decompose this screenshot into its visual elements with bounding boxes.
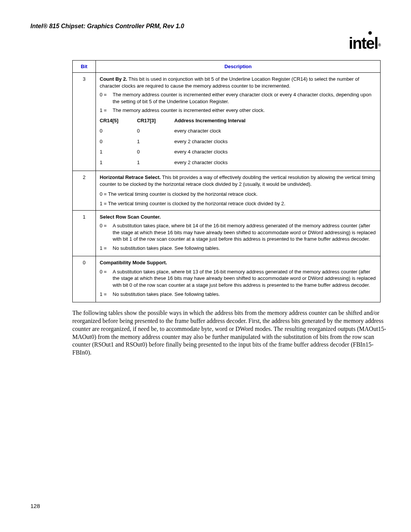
subr1-c: every 2 character clocks bbox=[174, 136, 376, 147]
row1-title-bold: Select Row Scan Counter. bbox=[100, 214, 376, 220]
row2-line1: 1 = The vertical timing counter is clock… bbox=[100, 200, 376, 207]
subhdr-c: Address Incrementing Interval bbox=[174, 115, 376, 126]
row3-opt0-val: The memory address counter is incremente… bbox=[113, 91, 376, 105]
subr2-b: 0 bbox=[137, 147, 174, 157]
row2-line0: 0 = The vertical timing counter is clock… bbox=[100, 191, 376, 198]
intel-logo: intel® bbox=[349, 34, 380, 53]
col-header-desc: Description bbox=[96, 61, 381, 73]
row1-opt0-val: A substitution takes place, where bit 14… bbox=[113, 222, 376, 243]
logo-dot-icon bbox=[368, 31, 372, 35]
row1-opt1-val: No substitution takes place. See followi… bbox=[113, 245, 376, 252]
logo-text-e: e bbox=[366, 34, 374, 52]
subr1-a: 0 bbox=[100, 136, 137, 147]
page-number: 128 bbox=[30, 503, 40, 509]
row0-opt1-val: No substitution takes place. See followi… bbox=[113, 291, 376, 298]
row2-title-bold: Horizontal Retrace Select. bbox=[100, 174, 161, 180]
subr2-c: every 4 character clocks bbox=[174, 147, 376, 157]
row0-title-bold: Compatibility Mode Support. bbox=[100, 259, 376, 266]
row3-title-bold: Count By 2. bbox=[100, 76, 127, 82]
desc-cell-3: Count By 2. This bit is used in conjunct… bbox=[96, 73, 381, 171]
subr2-a: 1 bbox=[100, 147, 137, 157]
row3-opt0-key: 0 = bbox=[100, 91, 113, 105]
subr0-a: 0 bbox=[100, 126, 137, 136]
subr1-b: 1 bbox=[137, 136, 174, 147]
row0-opt1-key: 1 = bbox=[100, 291, 113, 298]
row3-opt1-val: The memory address counter is incremente… bbox=[113, 107, 376, 114]
desc-cell-2: Horizontal Retrace Select. This bit prov… bbox=[96, 171, 381, 210]
row0-opt0-key: 0 = bbox=[100, 268, 113, 289]
doc-header: Intel® 815 Chipset: Graphics Controller … bbox=[30, 23, 381, 30]
row0-opt0-val: A substitution takes place, where bit 13… bbox=[113, 268, 376, 289]
subr0-b: 0 bbox=[137, 126, 174, 136]
following-paragraph: The following tables show the possible w… bbox=[72, 309, 388, 357]
bit-cell-0: 0 bbox=[73, 256, 96, 302]
subr3-c: every 2 character clocks bbox=[174, 157, 376, 168]
row1-opt0-key: 0 = bbox=[100, 222, 113, 243]
row3-subtable: CR14[5] CR17[3] Address Incrementing Int… bbox=[100, 115, 376, 168]
subhdr-a: CR14[5] bbox=[100, 115, 137, 126]
subr3-b: 1 bbox=[137, 157, 174, 168]
subr0-c: every character clock bbox=[174, 126, 376, 136]
row1-opt1-key: 1 = bbox=[100, 245, 113, 252]
bit-cell-1: 1 bbox=[73, 210, 96, 256]
desc-cell-0: Compatibility Mode Support. 0 = A substi… bbox=[96, 256, 381, 302]
bit-cell-2: 2 bbox=[73, 171, 96, 210]
bit-cell-3: 3 bbox=[73, 73, 96, 171]
row3-opt1-key: 1 = bbox=[100, 107, 113, 114]
col-header-bit: Bit bbox=[73, 61, 96, 73]
subhdr-b: CR17[3] bbox=[137, 115, 174, 126]
desc-cell-1: Select Row Scan Counter. 0 = A substitut… bbox=[96, 210, 381, 256]
logo-text-l: l bbox=[374, 34, 378, 52]
logo-text-int: int bbox=[349, 34, 366, 52]
logo-registered: ® bbox=[378, 43, 380, 47]
row3-title-rest: This bit is used in conjunction with bit… bbox=[100, 76, 359, 89]
bit-description-table: Bit Description 3 Count By 2. This bit i… bbox=[72, 60, 381, 302]
subr3-a: 1 bbox=[100, 157, 137, 168]
